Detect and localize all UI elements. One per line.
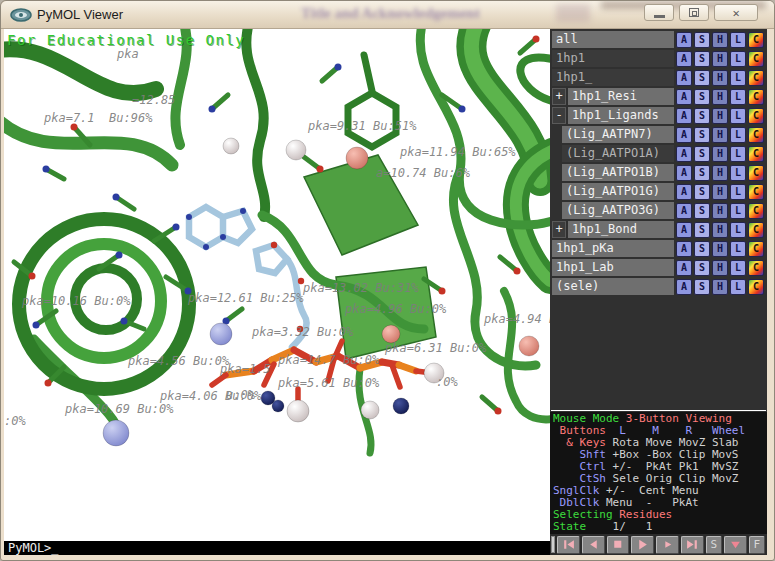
close-button[interactable]: ✕ xyxy=(714,4,758,21)
show-menu-button[interactable]: S xyxy=(694,70,710,86)
object-name[interactable]: (Lig_AATPN7) xyxy=(562,126,674,143)
minimize-button[interactable] xyxy=(644,4,674,21)
show-menu-button[interactable]: S xyxy=(694,279,710,295)
command-line[interactable]: PyMOL>_ xyxy=(4,541,550,555)
color-menu-button[interactable]: C xyxy=(748,184,764,200)
show-menu-button[interactable]: S xyxy=(694,127,710,143)
hide-menu-button[interactable]: H xyxy=(712,89,728,105)
show-menu-button[interactable]: S xyxy=(694,222,710,238)
color-menu-button[interactable]: C xyxy=(748,108,764,124)
object-name[interactable]: 1hp1 xyxy=(552,50,674,67)
show-menu-button[interactable]: S xyxy=(694,108,710,124)
action-menu-button[interactable]: A xyxy=(676,184,692,200)
hide-menu-button[interactable]: H xyxy=(712,108,728,124)
hide-menu-button[interactable]: H xyxy=(712,165,728,181)
color-menu-button[interactable]: C xyxy=(748,127,764,143)
action-menu-button[interactable]: A xyxy=(676,51,692,67)
action-menu-button[interactable]: A xyxy=(676,241,692,257)
label-menu-button[interactable]: L xyxy=(730,108,746,124)
action-menu-button[interactable]: A xyxy=(676,260,692,276)
show-menu-button[interactable]: S xyxy=(694,184,710,200)
action-menu-button[interactable]: A xyxy=(676,203,692,219)
hide-menu-button[interactable]: H xyxy=(712,203,728,219)
hide-menu-button[interactable]: H xyxy=(712,146,728,162)
color-menu-button[interactable]: C xyxy=(748,89,764,105)
title-bar[interactable]: Title and Acknowledgement PyMOL Viewer ✕ xyxy=(1,1,775,29)
object-name[interactable]: (Lig_AATPO1A) xyxy=(562,145,674,162)
label-menu-button[interactable]: L xyxy=(730,127,746,143)
action-menu-button[interactable]: A xyxy=(676,70,692,86)
s-button[interactable]: S xyxy=(706,536,722,554)
object-name[interactable]: 1hp1_Resi xyxy=(568,88,674,105)
color-menu-button[interactable]: C xyxy=(748,165,764,181)
show-menu-button[interactable]: S xyxy=(694,51,710,67)
object-name[interactable]: 1hp1_pKa xyxy=(552,240,674,257)
collapse-toggle[interactable]: - xyxy=(552,107,566,124)
hide-menu-button[interactable]: H xyxy=(712,241,728,257)
skip-to-end-button[interactable] xyxy=(681,536,704,554)
object-name[interactable]: 1hp1_Lab xyxy=(552,259,674,276)
hide-menu-button[interactable]: H xyxy=(712,184,728,200)
show-menu-button[interactable]: S xyxy=(694,165,710,181)
hide-menu-button[interactable]: H xyxy=(712,279,728,295)
object-name[interactable]: (Lig_AATPO1G) xyxy=(562,183,674,200)
label-menu-button[interactable]: L xyxy=(730,89,746,105)
stop-button[interactable] xyxy=(607,536,630,554)
label-menu-button[interactable]: L xyxy=(730,70,746,86)
object-name[interactable]: (sele) xyxy=(552,278,674,295)
panel-resize-handle[interactable] xyxy=(551,536,555,553)
object-name[interactable]: all xyxy=(552,31,674,48)
label-menu-button[interactable]: L xyxy=(730,222,746,238)
action-menu-button[interactable]: A xyxy=(676,146,692,162)
label-menu-button[interactable]: L xyxy=(730,165,746,181)
color-menu-button[interactable]: C xyxy=(748,51,764,67)
show-menu-button[interactable]: S xyxy=(694,203,710,219)
action-menu-button[interactable]: A xyxy=(676,165,692,181)
action-menu-button[interactable]: A xyxy=(676,108,692,124)
expand-toggle[interactable]: + xyxy=(552,88,566,105)
down-button[interactable] xyxy=(724,536,747,554)
object-name[interactable]: (Lig_AATPO3G) xyxy=(562,202,674,219)
label-menu-button[interactable]: L xyxy=(730,146,746,162)
action-menu-button[interactable]: A xyxy=(676,32,692,48)
action-menu-button[interactable]: A xyxy=(676,279,692,295)
label-menu-button[interactable]: L xyxy=(730,279,746,295)
play-button[interactable] xyxy=(631,536,654,554)
action-menu-button[interactable]: A xyxy=(676,222,692,238)
color-menu-button[interactable]: C xyxy=(748,32,764,48)
action-menu-button[interactable]: A xyxy=(676,89,692,105)
show-menu-button[interactable]: S xyxy=(694,260,710,276)
hide-menu-button[interactable]: H xyxy=(712,260,728,276)
object-name[interactable]: 1hp1_Bond xyxy=(568,221,674,238)
color-menu-button[interactable]: C xyxy=(748,146,764,162)
show-menu-button[interactable]: S xyxy=(694,32,710,48)
label-menu-button[interactable]: L xyxy=(730,184,746,200)
3d-viewport[interactable]: For Educational Use Only pka=12.85pka=7.… xyxy=(4,29,550,541)
label-menu-button[interactable]: L xyxy=(730,51,746,67)
label-menu-button[interactable]: L xyxy=(730,32,746,48)
show-menu-button[interactable]: S xyxy=(694,146,710,162)
label-menu-button[interactable]: L xyxy=(730,241,746,257)
object-name[interactable]: 1hp1_Ligands xyxy=(568,107,674,124)
step-forward-button[interactable] xyxy=(656,536,679,554)
step-back-button[interactable] xyxy=(582,536,605,554)
skip-to-start-button[interactable] xyxy=(557,536,580,554)
show-menu-button[interactable]: S xyxy=(694,89,710,105)
color-menu-button[interactable]: C xyxy=(748,279,764,295)
color-menu-button[interactable]: C xyxy=(748,222,764,238)
hide-menu-button[interactable]: H xyxy=(712,222,728,238)
f-button[interactable]: F xyxy=(749,536,765,554)
color-menu-button[interactable]: C xyxy=(748,203,764,219)
hide-menu-button[interactable]: H xyxy=(712,70,728,86)
action-menu-button[interactable]: A xyxy=(676,127,692,143)
maximize-button[interactable] xyxy=(679,4,709,21)
label-menu-button[interactable]: L xyxy=(730,260,746,276)
color-menu-button[interactable]: C xyxy=(748,260,764,276)
show-menu-button[interactable]: S xyxy=(694,241,710,257)
color-menu-button[interactable]: C xyxy=(748,241,764,257)
expand-toggle[interactable]: + xyxy=(552,221,566,238)
object-name[interactable]: 1hp1_ xyxy=(552,69,674,86)
hide-menu-button[interactable]: H xyxy=(712,127,728,143)
hide-menu-button[interactable]: H xyxy=(712,32,728,48)
color-menu-button[interactable]: C xyxy=(748,70,764,86)
